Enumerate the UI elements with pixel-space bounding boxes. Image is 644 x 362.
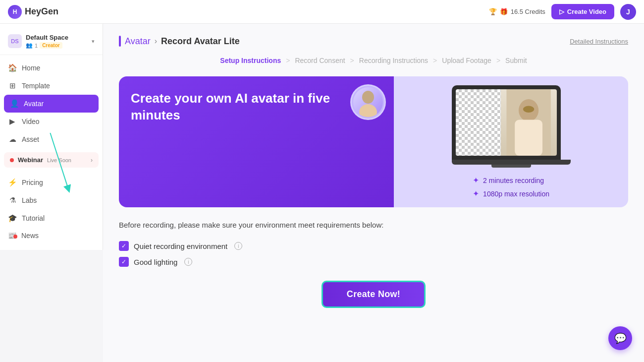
sidebar-item-label: Asset bbox=[22, 135, 39, 143]
news-label: News bbox=[21, 232, 39, 240]
chat-icon: 💬 bbox=[614, 332, 627, 344]
step-setup[interactable]: Setup Instructions bbox=[220, 57, 281, 64]
laptop-screen bbox=[456, 89, 557, 156]
sidebar-item-label: Template bbox=[22, 82, 50, 90]
pricing-icon: ⚡ bbox=[8, 178, 17, 187]
checkerboard-bg bbox=[456, 89, 501, 156]
sidebar-wrapper: DS Default Space 👥 1 Creator ▾ 🏠 Home bbox=[0, 24, 103, 362]
detailed-instructions-link[interactable]: Detailed Instructions bbox=[570, 38, 628, 45]
step-sep-4: > bbox=[496, 57, 500, 64]
hero-card: Create your own AI avatar in five minute… bbox=[119, 76, 628, 207]
news-notification-badge bbox=[13, 235, 17, 239]
checklist-label-lighting: Good lighting bbox=[134, 258, 177, 266]
laptop-screen-area bbox=[452, 85, 561, 160]
breadcrumb-left: Avatar › Record Avatar Lite bbox=[119, 36, 240, 47]
main-layout: DS Default Space 👥 1 Creator ▾ 🏠 Home bbox=[0, 24, 644, 362]
step-upload[interactable]: Upload Footage bbox=[442, 57, 491, 64]
live-indicator bbox=[10, 158, 14, 162]
logo-text: HeyGen bbox=[25, 6, 58, 17]
sidebar-item-video[interactable]: ▶ Video bbox=[0, 113, 103, 130]
sidebar-item-label: Pricing bbox=[22, 179, 43, 186]
info-icon-lighting[interactable]: i bbox=[184, 258, 192, 266]
sidebar-item-pricing[interactable]: ⚡ Pricing bbox=[0, 174, 103, 191]
content-area: Avatar › Record Avatar Lite Detailed Ins… bbox=[103, 24, 644, 362]
hero-purple-section: Create your own AI avatar in five minute… bbox=[119, 76, 394, 207]
workspace-icon: DS bbox=[8, 34, 22, 48]
avatar-person-svg bbox=[356, 87, 380, 117]
user-avatar-button[interactable]: J bbox=[620, 4, 636, 20]
svg-point-3 bbox=[359, 104, 377, 117]
sidebar-item-avatar[interactable]: 👤 Avatar bbox=[4, 95, 99, 113]
info-icon-quiet[interactable]: i bbox=[234, 242, 242, 250]
checklist-item-lighting: ✓ Good lighting i bbox=[119, 257, 628, 267]
sidebar-item-label: Labs bbox=[22, 196, 37, 204]
svg-rect-6 bbox=[515, 120, 543, 156]
workspace-row[interactable]: DS Default Space 👥 1 Creator ▾ bbox=[8, 34, 95, 49]
gift-icon: 🎁 bbox=[500, 8, 508, 15]
person-svg bbox=[501, 89, 556, 156]
workspace-chevron-icon: ▾ bbox=[92, 38, 95, 45]
workspace-name: Default Space bbox=[26, 34, 68, 41]
hero-bullet-1: ✦ 2 minutes recording bbox=[473, 176, 549, 185]
laptop-base bbox=[452, 160, 571, 165]
workspace-section: DS Default Space 👥 1 Creator ▾ bbox=[0, 30, 103, 55]
video-nav-icon: ▶ bbox=[8, 117, 17, 126]
sidebar-item-asset[interactable]: ☁ Asset bbox=[0, 130, 103, 148]
hero-avatar-circle bbox=[350, 84, 386, 120]
hero-right-section: ✦ 2 minutes recording ✦ 1080p max resolu… bbox=[394, 76, 628, 207]
webinar-chevron-icon: › bbox=[91, 157, 93, 164]
logo-icon: H bbox=[8, 5, 22, 19]
sidebar: DS Default Space 👥 1 Creator ▾ 🏠 Home bbox=[0, 24, 103, 250]
bullet-star-1: ✦ bbox=[473, 176, 479, 185]
sidebar-item-labs[interactable]: ⚗ Labs bbox=[0, 191, 103, 209]
hero-title: Create your own AI avatar in five minute… bbox=[131, 90, 382, 124]
tutorial-icon: 🎓 bbox=[8, 214, 17, 223]
info-text: Before recording, please make sure your … bbox=[119, 219, 628, 231]
hero-bullet-2: ✦ 1080p max resolution bbox=[473, 189, 549, 198]
webinar-item[interactable]: Webinar Live Soon › bbox=[4, 152, 99, 168]
checkbox-quiet[interactable]: ✓ bbox=[119, 241, 129, 251]
step-submit[interactable]: Submit bbox=[505, 57, 527, 64]
chat-bubble-button[interactable]: 💬 bbox=[608, 326, 632, 350]
webinar-status: Live Soon bbox=[47, 157, 71, 163]
person-area bbox=[501, 89, 556, 156]
webinar-label: Webinar bbox=[18, 156, 43, 164]
steps-bar: Setup Instructions > Record Consent > Re… bbox=[119, 57, 628, 64]
breadcrumb-parent-link[interactable]: Avatar bbox=[125, 36, 151, 47]
member-count: 1 bbox=[35, 43, 38, 49]
bullet-1-text: 2 minutes recording bbox=[483, 177, 544, 184]
laptop-mockup bbox=[452, 85, 571, 168]
sidebar-item-label: Home bbox=[22, 64, 40, 72]
bullet-2-text: 1080p max resolution bbox=[483, 190, 549, 198]
news-icon-wrap: 📰 bbox=[8, 232, 16, 240]
screen-content bbox=[456, 89, 557, 156]
checklist-label-quiet: Quiet recording environment bbox=[134, 242, 227, 250]
sidebar-item-home[interactable]: 🏠 Home bbox=[0, 59, 103, 77]
topbar: H HeyGen 🏆 🎁 16.5 Credits ▷ Create Video… bbox=[0, 0, 644, 24]
sidebar-item-news[interactable]: 📰 News bbox=[0, 227, 103, 244]
breadcrumb-accent bbox=[119, 36, 121, 47]
create-video-button[interactable]: ▷ Create Video bbox=[551, 4, 614, 19]
step-sep-1: > bbox=[286, 57, 290, 64]
checklist: ✓ Quiet recording environment i ✓ Good l… bbox=[119, 241, 628, 267]
creator-badge: Creator bbox=[40, 42, 62, 49]
step-sep-2: > bbox=[350, 57, 354, 64]
step-consent[interactable]: Record Consent bbox=[295, 57, 345, 64]
trophy-icon: 🏆 bbox=[489, 8, 497, 15]
labs-icon: ⚗ bbox=[8, 196, 17, 205]
create-now-button[interactable]: Create Now! bbox=[322, 281, 426, 308]
avatar-inner bbox=[353, 87, 383, 117]
checklist-item-quiet: ✓ Quiet recording environment i bbox=[119, 241, 628, 251]
bullet-star-2: ✦ bbox=[473, 189, 479, 198]
credits-amount: 16.5 Credits bbox=[511, 8, 545, 15]
avatar-icon: 👤 bbox=[10, 99, 19, 108]
credits-area: 🏆 🎁 16.5 Credits bbox=[489, 8, 545, 15]
asset-icon: ☁ bbox=[8, 135, 17, 144]
step-recording[interactable]: Recording Instructions bbox=[359, 57, 428, 64]
breadcrumb-separator: › bbox=[155, 37, 157, 46]
sidebar-item-tutorial[interactable]: 🎓 Tutorial bbox=[0, 209, 103, 227]
template-icon: ⊞ bbox=[8, 81, 17, 90]
hero-bullets: ✦ 2 minutes recording ✦ 1080p max resolu… bbox=[473, 176, 549, 198]
sidebar-item-template[interactable]: ⊞ Template bbox=[0, 77, 103, 95]
checkbox-lighting[interactable]: ✓ bbox=[119, 257, 129, 267]
